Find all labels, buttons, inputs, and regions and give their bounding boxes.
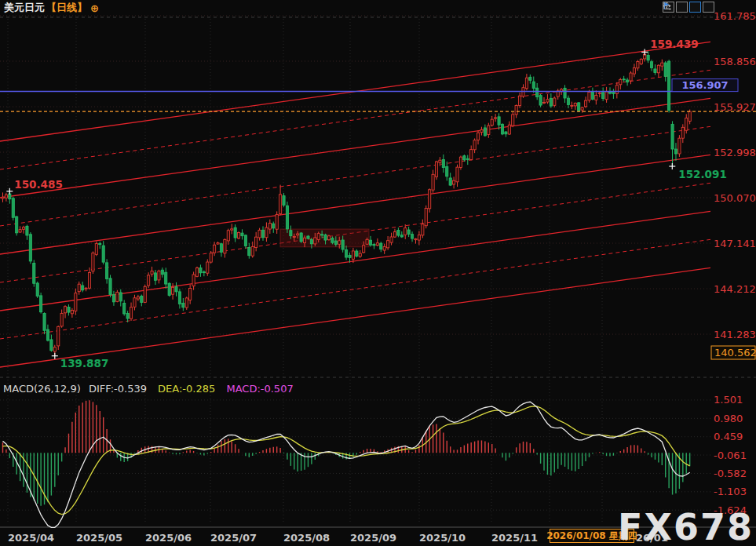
macd-lines <box>3 402 690 527</box>
month-label: 2025/04 <box>8 532 54 544</box>
shift-right-icon <box>663 2 671 10</box>
chart-window: 美元日元 【日线】 ⊕ 156.907159.439152.091150.4 <box>0 0 756 546</box>
timeframe-label: 【日线】 <box>46 1 87 15</box>
price-axis-label: 144.212 <box>714 283 756 295</box>
price-axis-label: 141.283 <box>714 329 756 340</box>
candlestick-series <box>2 51 691 355</box>
chart-toolbar <box>663 2 714 13</box>
month-label: 2025/10 <box>419 532 466 544</box>
price-axis-label: 152.998 <box>714 147 756 158</box>
annotation-label: 139.887 <box>60 357 109 369</box>
macd-axis-label: 0.459 <box>714 431 743 442</box>
macd-gridlines <box>0 400 710 510</box>
macd-macd-value: MACD:-0.507 <box>226 383 293 395</box>
price-axis-label: 147.141 <box>714 238 756 249</box>
macd-axis-label: 1.501 <box>714 394 743 406</box>
price-axis-label: 161.785 <box>714 10 756 22</box>
macd-dea-value: DEA:-0.285 <box>158 383 215 395</box>
month-label: 2025/08 <box>283 532 330 544</box>
price-annotation-150.485: 150.485 <box>6 178 63 195</box>
price-annotation-159.439: 159.439 <box>641 38 699 55</box>
watermark-logo: FX678 <box>618 508 754 546</box>
price-macd-chart: 156.907159.439152.091150.485139.887161.7… <box>0 0 756 546</box>
instrument-title: 美元日元 <box>4 1 45 15</box>
macd-axis-labels: 1.5010.9800.459-0.061-0.582-1.103-1.624 <box>714 394 747 515</box>
diff-line <box>3 402 690 527</box>
price-annotation-152.091: 152.091 <box>669 163 727 180</box>
macd-axis-label: -1.103 <box>714 486 747 497</box>
macd-axis-label: 0.980 <box>714 413 743 424</box>
dea-line <box>3 406 690 515</box>
price-annotation-139.887: 139.887 <box>52 353 109 369</box>
price-axis-label: 158.856 <box>714 56 756 67</box>
axis-scale-button[interactable] <box>676 2 688 13</box>
annotation-label: 152.091 <box>678 168 727 180</box>
title-bar: 美元日元 【日线】 ⊕ <box>4 2 99 14</box>
price-axis-label: 155.927 <box>714 101 756 113</box>
macd-axis-label: -0.582 <box>714 468 747 479</box>
macd-indicator-header: MACD(26,12,9) DIFF:-0.539 DEA:-0.285 MAC… <box>3 383 294 395</box>
macd-axis-label: -0.061 <box>714 450 747 461</box>
price-gridlines <box>0 16 710 334</box>
trend-channel-lines <box>0 42 710 367</box>
auto-scroll-button[interactable] <box>689 2 701 13</box>
add-indicator-button[interactable]: ⊕ <box>90 3 99 13</box>
blue-line-label: 156.907 <box>681 79 728 91</box>
macd-params-label: MACD(26,12,9) <box>3 383 81 395</box>
month-label: 2025/07 <box>210 532 257 544</box>
annotation-label: 150.485 <box>14 178 63 191</box>
month-label: 2025/06 <box>145 532 192 544</box>
price-axis-label: 150.070 <box>714 192 756 204</box>
month-label: 2025/11 <box>491 532 538 544</box>
annotation-label: 159.439 <box>650 38 699 50</box>
macd-diff-value: DIFF:-0.539 <box>89 383 147 395</box>
shift-right-button[interactable] <box>703 2 714 13</box>
month-label: 2025/09 <box>350 532 396 544</box>
month-label: 2025/05 <box>76 532 122 544</box>
boxed-axis-price-label: 140.562 <box>714 347 756 359</box>
